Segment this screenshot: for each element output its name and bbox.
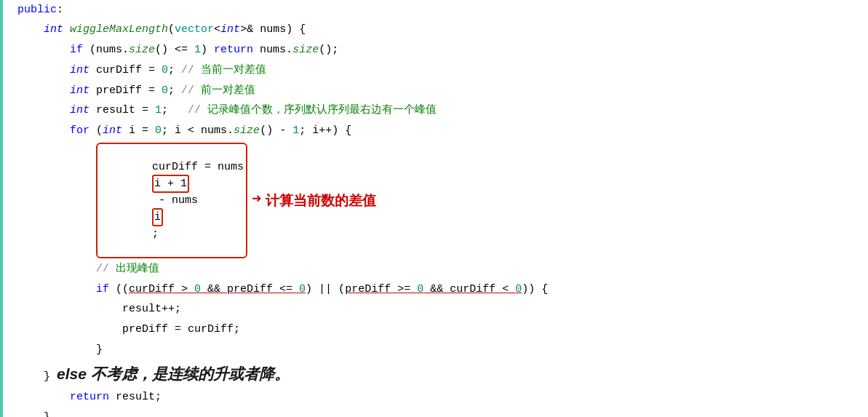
comment-curdiff: 当前一对差值 <box>201 62 266 80</box>
num-0-2: 0 <box>162 82 168 100</box>
code-line-func: int wiggleMaxLength ( vector < int >& nu… <box>12 20 868 41</box>
code-line-else-note: } else 不考虑，是连续的升或者降。 <box>12 360 868 388</box>
keyword-return-1: return <box>214 41 253 60</box>
code-line-comment-peak: // 出现峰值 <box>12 259 868 279</box>
cond-num-0-1: 0 <box>194 281 201 299</box>
left-border-accent <box>0 0 3 417</box>
keyword-int: int <box>44 21 63 39</box>
code-area: public: int wiggleMaxLength ( vector < i… <box>3 0 868 417</box>
func-name: wiggleMaxLength <box>70 21 168 39</box>
num-0-1: 0 <box>162 62 168 80</box>
comment-peak-slash: // <box>96 261 116 279</box>
num-1-result: 1 <box>155 102 162 120</box>
code-line-if-cond: if (( curDiff > 0 && preDiff <= 0 ) || (… <box>12 279 868 300</box>
type-vector: vector <box>175 21 214 39</box>
code-line-close-if: } <box>12 340 868 360</box>
comment-slash-2: // <box>181 82 201 100</box>
comment-peak-text: 出现峰值 <box>116 261 159 279</box>
type-int-inner: int <box>220 21 240 39</box>
cond-part1: curDiff > <box>129 281 194 299</box>
cond-and-2: && curDiff < <box>423 281 515 299</box>
comment-result: 记录峰值个数，序列默认序列最右边有一个峰值 <box>207 102 437 120</box>
code-line-prediff-decl: int preDiff = 0 ; // 前一对差值 <box>12 81 868 101</box>
num-1: 1 <box>194 41 201 60</box>
method-size-2: size <box>292 41 319 60</box>
keyword-if-2: if <box>96 281 109 299</box>
comment-slash-1: // <box>181 62 201 80</box>
arrow-annotation: ➜ <box>252 187 261 213</box>
comment-prediff: 前一对差值 <box>201 82 255 100</box>
keyword-int-2: int <box>70 82 89 100</box>
code-line-if-size: if (nums. size () <= 1 ) return nums. si… <box>12 41 868 61</box>
cond-and-1: && preDiff <= <box>201 281 299 299</box>
cond-num-0-3: 0 <box>417 281 423 299</box>
code-viewer: public: int wiggleMaxLength ( vector < i… <box>0 0 868 417</box>
num-1-for: 1 <box>292 122 299 140</box>
cond-num-0-4: 0 <box>515 281 522 299</box>
annotation-calc-diff: 计算当前数的差值 <box>266 189 376 212</box>
keyword-if: if <box>70 41 83 60</box>
keyword-for: for <box>70 122 89 140</box>
code-line-result-decl: int result = 1 ; // 记录峰值个数，序列默认序列最右边有一个峰… <box>12 101 868 122</box>
keyword-int-3: int <box>70 102 89 120</box>
cond-num-0-2: 0 <box>299 281 306 299</box>
code-line-curdiff-calc: curDiff = nums i + 1 - nums i ; ➜ 计算当前数的… <box>12 141 868 259</box>
method-size-3: size <box>234 122 260 140</box>
code-line-return: return result; <box>12 388 868 408</box>
num-0-3: 0 <box>155 122 162 140</box>
bracket-i-plus-1: i + 1 <box>152 175 189 193</box>
highlight-curdiff-calc: curDiff = nums i + 1 - nums i ; <box>96 143 247 258</box>
code-line-curdiff-decl: int curDiff = 0 ; // 当前一对差值 <box>12 60 868 81</box>
code-line-close-func: } <box>12 408 868 417</box>
annotation-else: else 不考虑，是连续的升或者降。 <box>57 362 290 387</box>
keyword-public: public <box>17 1 57 20</box>
keyword-int-1: int <box>70 62 89 80</box>
code-line-for: for ( int i = 0 ; i < nums. size () - 1 … <box>12 122 868 142</box>
code-line-prediff-set: preDiff = curDiff; <box>12 320 868 341</box>
keyword-return-2: return <box>70 389 109 407</box>
code-line-public: public: <box>12 0 868 20</box>
method-size-1: size <box>129 41 155 60</box>
keyword-int-4: int <box>103 122 122 140</box>
comment-slash-3: // <box>188 102 207 120</box>
code-line-result-inc: result++; <box>12 300 868 320</box>
cond-part2: preDiff >= <box>345 281 417 299</box>
bracket-i: i <box>152 208 163 226</box>
